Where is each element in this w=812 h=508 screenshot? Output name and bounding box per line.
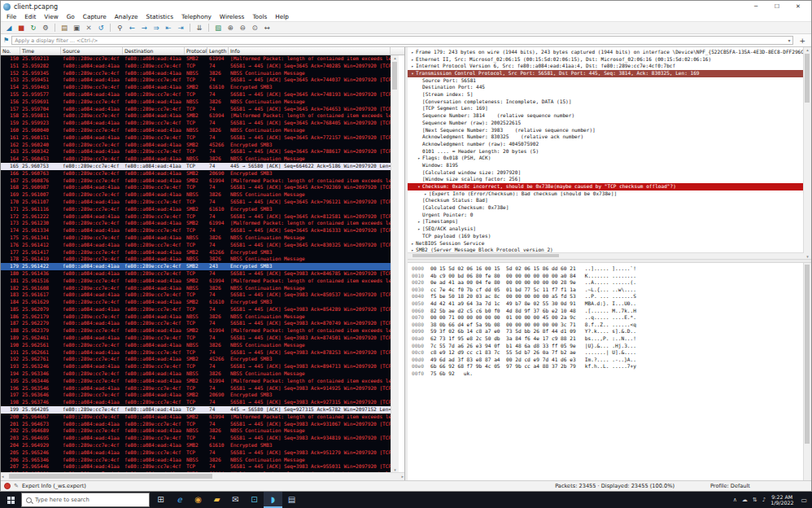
packet-row-195[interactable]: 19525.963446fe80::289e:cc7e:4cffe80::a08… (1, 378, 391, 385)
auto-scroll-button[interactable]: ⇊ (194, 23, 205, 33)
expander-closed-icon[interactable]: ▸ (409, 63, 416, 70)
taskbar-clock[interactable]: 9:22 AM 1/9/2022 (771, 494, 793, 506)
taskbar-wireshark[interactable]: ◗ (264, 492, 282, 508)
maximize-button[interactable]: ☐ (766, 3, 788, 10)
detail-line[interactable]: Window: 8195 (408, 162, 803, 169)
packet-row-181[interactable]: 18125.961516fe80::289e:cc7e:4cffe80::a08… (1, 278, 391, 285)
packet-row-178[interactable]: 17825.961419fe80::289e:cc7e:4cffe80::a08… (1, 256, 391, 263)
menu-statistics[interactable]: Statistics (142, 13, 177, 20)
packet-row-203[interactable]: 20325.964695fe80::a084:ead:41aafe80::289… (1, 435, 391, 442)
menu-view[interactable]: View (40, 13, 62, 20)
menu-tools[interactable]: Tools (248, 13, 271, 20)
expander-open-icon[interactable]: ▾ (409, 70, 416, 77)
titlebar[interactable]: client.pcapng ─ ☐ ✕ (1, 1, 811, 12)
expander-closed-icon[interactable]: ▸ (416, 219, 422, 226)
details-hscrollbar[interactable] (408, 252, 804, 259)
hex-row-00d0[interactable]: 00d049 6d ad 3f 83 e8 87 a4 00 2d cd e9 … (412, 357, 803, 364)
volume-icon[interactable]: ♪ (762, 497, 766, 503)
detail-line[interactable]: [Next Sequence Number: 3983 (relative se… (408, 127, 803, 134)
packet-list-hscrollbar[interactable]: ◂ ▸ (1, 472, 404, 480)
scroll-up-icon[interactable]: ▴ (391, 55, 399, 60)
packet-row-205[interactable]: 20525.965246fe80::a084:ead:41aafe80::289… (1, 449, 391, 457)
menu-capture[interactable]: Capture (79, 13, 111, 20)
scroll-left-icon[interactable]: ◂ (2, 474, 4, 480)
hex-row-0070[interactable]: 007000 00 71 00 00 00 00 00 01 00 00 00 … (412, 314, 803, 322)
first-packet-button[interactable]: ⇤ (163, 23, 174, 33)
zoom-in-button[interactable]: ⊕ (225, 23, 236, 33)
detail-line[interactable]: [TCP Segment Len: 169] (408, 106, 803, 113)
packet-row-207[interactable]: 20725.965446fe80::a084:ead:41aafe80::289… (1, 463, 391, 471)
detail-line[interactable]: ▸Frame 179: 243 bytes on wire (1944 bits… (408, 49, 803, 56)
display-filter-input[interactable]: Apply a display filter ... <Ctrl-/> ▾ (11, 36, 793, 45)
detail-line[interactable]: TCP payload (169 bytes) (408, 233, 803, 240)
taskbar-search[interactable]: Type here to search (21, 493, 150, 507)
packet-row-164[interactable]: 16425.960453fe80::289e:cc7e:4cffe80::a08… (1, 155, 391, 163)
packet-row-192[interactable]: 19225.962761fe80::289e:cc7e:4cffe80::a08… (1, 356, 391, 363)
packet-row-185[interactable]: 18525.962079fe80::a084:ead:41aafe80::289… (1, 306, 391, 313)
capture-options-button[interactable]: ⚙ (40, 23, 51, 33)
packet-row-200[interactable]: 20025.964667fe80::289e:cc7e:4cffe80::a08… (1, 414, 391, 421)
menu-help[interactable]: Help (271, 13, 293, 20)
packet-row-162[interactable]: 16225.960240fe80::289e:cc7e:4cffe80::a08… (1, 142, 391, 149)
packet-row-152[interactable]: 15225.959345fe80::289e:cc7e:4cffe80::a08… (1, 70, 391, 77)
detail-line[interactable]: ▾Transmission Control Protocol, Src Port… (408, 70, 803, 77)
expander-closed-icon[interactable]: ▸ (422, 190, 429, 198)
zoom-100-button[interactable]: ⊙ (249, 23, 260, 33)
detail-line[interactable]: ▾Checksum: 0xac8c incorrect, should be 0… (408, 183, 803, 190)
packet-row-172[interactable]: 17225.961222fe80::a084:ead:41aafe80::289… (1, 213, 391, 221)
detail-line[interactable]: ▸[Expert Info (Error/Checksum): Bad chec… (408, 190, 803, 198)
column-header-length[interactable]: Length (207, 47, 229, 55)
filter-dropdown-icon[interactable]: ▾ (788, 37, 790, 43)
detail-line[interactable]: Urgent Pointer: 0 (408, 212, 803, 219)
filter-add-button[interactable]: + (796, 37, 809, 45)
detail-line[interactable]: [Stream index: 5] (408, 91, 803, 99)
packet-row-194[interactable]: 19425.963346fe80::289e:cc7e:4cffe80::a08… (1, 370, 391, 378)
packet-row-154[interactable]: 15425.959463fe80::289e:cc7e:4cffe80::a08… (1, 84, 391, 91)
status-profile[interactable]: Profile: Default (710, 483, 808, 489)
packet-row-202[interactable]: 20225.964689fe80::289e:cc7e:4cffe80::a08… (1, 427, 391, 435)
detail-line[interactable]: ▸Flags: 0x018 (PSH, ACK) (408, 155, 803, 162)
scroll-down-icon[interactable]: ▾ (804, 254, 811, 259)
packet-row-176[interactable]: 17625.961412fe80::a084:ead:41aafe80::289… (1, 242, 391, 249)
last-packet-button[interactable]: ⇥ (175, 23, 186, 33)
taskbar-file-explorer[interactable]: ▰ (207, 492, 226, 508)
packet-row-160[interactable]: 16025.960040fe80::289e:cc7e:4cffe80::a08… (1, 127, 391, 134)
detail-line[interactable]: Source Port: 56581 (408, 77, 803, 85)
packet-row-183[interactable]: 18325.961617fe80::a084:ead:41aafe80::289… (1, 291, 391, 299)
hex-row-00e0[interactable]: 00e06b 66 92 68 f7 9b 4c 05 97 9b cc a4 … (412, 363, 803, 370)
resize-columns-button[interactable]: ↔ (261, 23, 273, 33)
column-header-destination[interactable]: Destination (123, 47, 185, 55)
column-header-protocol[interactable]: Protocol (185, 47, 207, 55)
packet-list-vscrollbar[interactable]: ▴ ▾ (391, 55, 399, 472)
hex-row-0060[interactable]: 006082 5b ae d2 c5 c6 b0 f0 4d 8d 9f 37 … (412, 308, 803, 315)
close-file-button[interactable]: ✕ (83, 23, 94, 33)
packet-row-197[interactable]: 19725.963646fe80::289e:cc7e:4cffe80::a08… (1, 392, 391, 399)
restart-capture-button[interactable]: ↻ (28, 23, 39, 33)
detail-line[interactable]: Destination Port: 445 (408, 84, 803, 91)
packet-row-190[interactable]: 19025.962561fe80::289e:cc7e:4cffe80::a08… (1, 342, 391, 349)
packet-row-175[interactable]: 17525.961341fe80::289e:cc7e:4cffe80::a08… (1, 234, 391, 242)
packet-row-188[interactable]: 18825.962379fe80::289e:cc7e:4cffe80::a08… (1, 327, 391, 335)
packet-row-189[interactable]: 18925.962461fe80::a084:ead:41aafe80::289… (1, 335, 391, 342)
packet-row-155[interactable]: 15525.959577fe80::a084:ead:41aafe80::289… (1, 91, 391, 99)
detail-line[interactable]: ▸NetBIOS Session Service (408, 240, 803, 247)
hex-row-0090[interactable]: 009059 3f 02 6b 14 c8 a7 e0 73 5d bb 26 … (412, 328, 803, 335)
packet-row-163[interactable]: 16325.960342fe80::a084:ead:41aafe80::289… (1, 148, 391, 155)
taskbar-store[interactable]: ⊡ (245, 492, 264, 508)
go-to-packet-button[interactable]: ⇒ (151, 23, 162, 33)
detail-line[interactable]: ▸[Timestamps] (408, 219, 803, 226)
packet-row-170[interactable]: 17025.961107fe80::a084:ead:41aafe80::289… (1, 199, 391, 206)
details-vscrollbar[interactable]: ▴ ▾ (803, 47, 811, 259)
packet-row-179[interactable]: 17925.961422fe80::a084:ead:41aafe80::289… (1, 263, 391, 270)
packet-row-180[interactable]: 18025.961436fe80::a084:ead:41aafe80::289… (1, 270, 391, 278)
column-header-time[interactable]: Time (20, 47, 61, 55)
packet-list-vscroll-thumb[interactable] (392, 62, 397, 90)
hex-row-0010[interactable]: 00104b c9 00 bd 06 80 fe 80 00 00 00 00 … (412, 273, 803, 280)
hex-row-0050[interactable]: 00504d 42 41 a9 64 3a 7d 1c 49 b7 8e 02 … (412, 300, 803, 308)
menu-file[interactable]: File (2, 13, 20, 20)
expander-closed-icon[interactable]: ▸ (409, 240, 416, 247)
packet-row-199[interactable]: 19925.964205fe80::289e:cc7e:4cffe80::a08… (1, 406, 391, 414)
packet-row-158[interactable]: 15825.959811fe80::289e:cc7e:4cffe80::a08… (1, 112, 391, 120)
packet-row-171[interactable]: 17125.961116fe80::289e:cc7e:4cffe80::a08… (1, 206, 391, 213)
expander-closed-icon[interactable]: ▸ (409, 49, 416, 56)
